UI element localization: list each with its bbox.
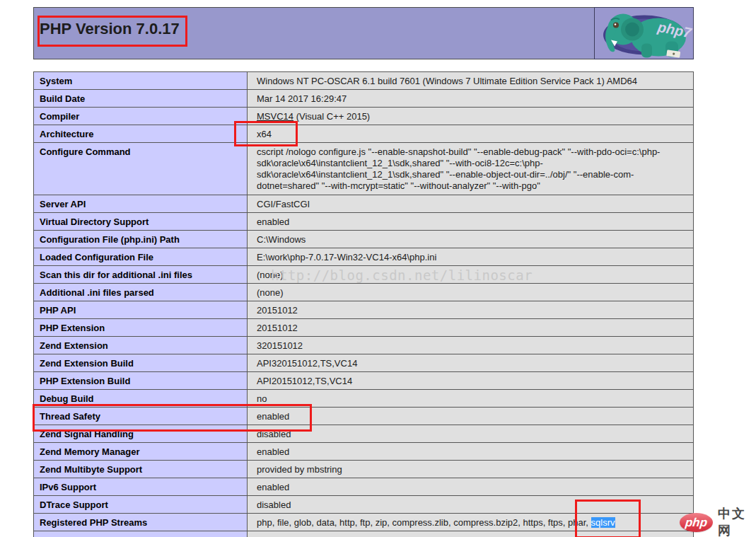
- row-label: IPv6 Support: [34, 478, 248, 496]
- phpinfo-header: PHP Version 7.0.17 php7: [33, 7, 694, 59]
- row-label: Configure Command: [34, 143, 248, 195]
- phpinfo-table-body: SystemWindows NT PC-OSCAR 6.1 build 7601…: [34, 72, 694, 537]
- row-label: Additional .ini files parsed: [34, 284, 248, 301]
- row-label: PHP API: [34, 301, 248, 319]
- row-label: Zend Extension: [34, 337, 248, 354]
- row-value: E:\work\php-7.0.17-Win32-VC14-x64\php.in…: [248, 248, 694, 266]
- page-title: PHP Version 7.0.17: [40, 20, 180, 38]
- row-value: php, file, glob, data, http, ftp, zip, c…: [248, 514, 694, 531]
- table-row: Zend Extension BuildAPI320151012,TS,VC14: [34, 354, 694, 372]
- row-label: Compiler: [34, 108, 248, 125]
- table-row: SystemWindows NT PC-OSCAR 6.1 build 7601…: [34, 72, 694, 90]
- table-row: Registered Stream Socket Transportstcp, …: [34, 531, 694, 537]
- row-label: Zend Signal Handling: [34, 425, 248, 443]
- table-row: IPv6 Supportenabled: [34, 478, 694, 496]
- row-value: C:\Windows: [248, 231, 694, 248]
- selected-text: sqlsrv: [591, 517, 615, 528]
- php-cn-logo-oval: php: [680, 513, 713, 532]
- table-row: Configure Commandcscript /nologo configu…: [34, 143, 694, 195]
- row-value: enabled: [248, 213, 694, 231]
- table-row: Configuration File (php.ini) PathC:\Wind…: [34, 231, 694, 248]
- row-label: PHP Extension: [34, 319, 248, 337]
- php-cn-brand: php: [685, 516, 708, 529]
- row-label: Debug Build: [34, 390, 248, 408]
- row-value: disabled: [248, 425, 694, 443]
- row-value: 20151012: [248, 301, 694, 319]
- table-row: PHP API20151012: [34, 301, 694, 319]
- row-label: Loaded Configuration File: [34, 248, 248, 266]
- table-row: Architecturex64: [34, 125, 694, 143]
- php7-elephant-logo: php7: [595, 8, 693, 59]
- row-label: PHP Extension Build: [34, 372, 248, 390]
- row-value: enabled: [248, 408, 694, 425]
- table-row: Zend Multibyte Supportprovided by mbstri…: [34, 461, 694, 478]
- row-value: tcp, udp, ssl, tls, tlsv1.0, tlsv1.1, tl…: [248, 531, 694, 537]
- row-label: Zend Extension Build: [34, 354, 248, 372]
- row-value: enabled: [248, 443, 694, 461]
- row-label: DTrace Support: [34, 496, 248, 514]
- table-row: CompilerMSVC14 (Visual C++ 2015): [34, 108, 694, 125]
- table-row: Additional .ini files parsed(none): [34, 284, 694, 301]
- row-value: provided by mbstring: [248, 461, 694, 478]
- table-row: DTrace Supportdisabled: [34, 496, 694, 514]
- row-value: MSVC14 (Visual C++ 2015): [248, 108, 694, 125]
- row-label: Architecture: [34, 125, 248, 143]
- row-value: Windows NT PC-OSCAR 6.1 build 7601 (Wind…: [248, 72, 694, 90]
- row-label: Server API: [34, 195, 248, 213]
- table-row: Zend Extension320151012: [34, 337, 694, 354]
- table-row: Debug Buildno: [34, 390, 694, 408]
- table-row: Virtual Directory Supportenabled: [34, 213, 694, 231]
- table-row: PHP Extension BuildAPI20151012,TS,VC14: [34, 372, 694, 390]
- php-cn-logo[interactable]: php 中文网: [680, 505, 756, 537]
- row-value: enabled: [248, 478, 694, 496]
- row-label: Registered PHP Streams: [34, 514, 248, 531]
- table-row: Zend Signal Handlingdisabled: [34, 425, 694, 443]
- row-label: Zend Memory Manager: [34, 443, 248, 461]
- row-label: Configuration File (php.ini) Path: [34, 231, 248, 248]
- table-row: Loaded Configuration FileE:\work\php-7.0…: [34, 248, 694, 266]
- row-value: x64: [248, 125, 694, 143]
- row-value: (none): [248, 284, 694, 301]
- table-row: Zend Memory Managerenabled: [34, 443, 694, 461]
- row-label: Virtual Directory Support: [34, 213, 248, 231]
- row-label: System: [34, 72, 248, 90]
- table-row: Build DateMar 14 2017 16:29:47: [34, 90, 694, 108]
- row-value: 20151012: [248, 319, 694, 337]
- row-value: 320151012: [248, 337, 694, 354]
- row-label: Registered Stream Socket Transports: [34, 531, 248, 537]
- csdn-watermark: http://blog.csdn.net/lilinoscar: [271, 267, 533, 283]
- row-value: cscript /nologo configure.js "--enable-s…: [248, 143, 694, 195]
- table-row: Thread Safetyenabled: [34, 408, 694, 425]
- row-value: API320151012,TS,VC14: [248, 354, 694, 372]
- row-label: Thread Safety: [34, 408, 248, 425]
- row-value: CGI/FastCGI: [248, 195, 694, 213]
- table-row: Registered PHP Streamsphp, file, glob, d…: [34, 514, 694, 531]
- row-label: Build Date: [34, 90, 248, 108]
- row-value: API20151012,TS,VC14: [248, 372, 694, 390]
- table-row: Server APICGI/FastCGI: [34, 195, 694, 213]
- php-cn-logo-text: 中文网: [718, 505, 756, 537]
- row-value: no: [248, 390, 694, 408]
- row-label: Zend Multibyte Support: [34, 461, 248, 478]
- row-label: Scan this dir for additional .ini files: [34, 266, 248, 284]
- phpinfo-table: SystemWindows NT PC-OSCAR 6.1 build 7601…: [33, 71, 694, 537]
- table-row: PHP Extension20151012: [34, 319, 694, 337]
- row-value: disabled: [248, 496, 694, 514]
- row-value: Mar 14 2017 16:29:47: [248, 90, 694, 108]
